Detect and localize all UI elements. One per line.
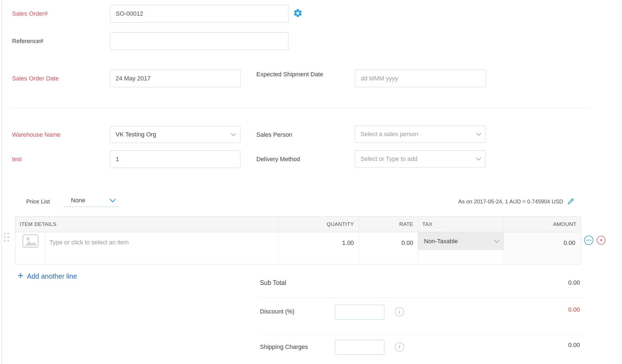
custom-field-test-label: test <box>12 153 22 165</box>
add-another-line-label: Add another line <box>27 272 77 280</box>
pencil-icon[interactable] <box>567 197 575 206</box>
table-row: Type or click to select an item 1.00 0.0… <box>15 232 581 264</box>
info-icon[interactable]: i <box>395 342 404 352</box>
discount-label: Discount (%) <box>260 307 295 317</box>
totals-divider <box>260 334 584 334</box>
warehouse-select-value: VK Testing Org <box>116 131 156 138</box>
amount-value: 0.00 <box>504 232 581 247</box>
shipping-charges-value: 0.00 <box>568 340 580 350</box>
shipping-charges-label: Shipping Charges <box>260 342 308 352</box>
sales-order-number-label: Sales Order# <box>12 8 48 20</box>
expected-shipment-date-label: Expected Shipment Date <box>256 69 331 99</box>
tax-cell: Non-Taxable <box>418 232 504 264</box>
ellipsis-circle-icon[interactable] <box>584 236 593 245</box>
sales-order-form: Sales Order# Reference# Sales Order Date… <box>0 0 622 364</box>
tax-select-value: Non-Taxable <box>424 238 458 245</box>
shipping-charges-input[interactable] <box>335 340 384 355</box>
sales-person-select[interactable]: Select a sales person <box>355 126 486 143</box>
header-item-details: ITEM DETAILS <box>15 217 279 232</box>
header-rate: RATE <box>359 217 418 232</box>
panel-left-border <box>1 0 2 364</box>
totals-divider <box>260 298 584 298</box>
discount-input[interactable] <box>335 305 384 320</box>
add-another-line-button[interactable]: + Add another line <box>18 271 77 282</box>
chevron-down-icon <box>476 131 481 136</box>
header-tax: TAX i <box>418 217 504 232</box>
item-image-cell <box>15 232 46 264</box>
exchange-rate-text: As on 2017-05-24, 1 AUD = 0.745904 USD <box>458 198 563 205</box>
price-list-label: Price List <box>26 196 50 207</box>
section-divider <box>10 108 591 108</box>
warehouse-select[interactable]: VK Testing Org <box>110 126 240 143</box>
chevron-down-icon <box>231 131 236 136</box>
warehouse-name-label: Warehouse Name <box>12 129 60 141</box>
amount-cell: 0.00 <box>504 232 581 264</box>
info-icon[interactable]: i <box>435 221 442 228</box>
sales-order-number-input[interactable] <box>110 5 288 23</box>
items-table: ITEM DETAILS QUANTITY RATE TAX i AMOUNT … <box>15 216 581 264</box>
rate-cell[interactable]: 0.00 <box>359 232 418 264</box>
delivery-method-placeholder: Select or Type to add <box>360 155 418 163</box>
chevron-down-icon <box>494 238 499 243</box>
item-details-cell[interactable]: Type or click to select an item <box>15 232 279 264</box>
image-placeholder-icon <box>22 234 39 249</box>
items-table-header: ITEM DETAILS QUANTITY RATE TAX i AMOUNT <box>15 217 581 232</box>
reference-number-input[interactable] <box>110 32 288 50</box>
price-list-select[interactable]: None <box>64 194 119 207</box>
sub-total-label: Sub Total <box>260 278 286 288</box>
delivery-method-label: Delivery Method <box>256 153 300 165</box>
custom-field-test-input[interactable] <box>110 150 240 168</box>
sub-total-value: 0.00 <box>568 278 580 288</box>
grip-dots-icon[interactable] <box>4 233 9 242</box>
chevron-down-icon <box>110 196 116 202</box>
x-circle-icon[interactable]: ✕ <box>597 236 606 245</box>
sales-person-placeholder: Select a sales person <box>360 131 418 138</box>
item-select-placeholder[interactable]: Type or click to select an item <box>46 232 129 264</box>
price-list-value: None <box>71 197 85 204</box>
plus-icon: + <box>18 271 23 280</box>
sales-order-date-label: Sales Order Date <box>12 72 59 85</box>
chevron-down-icon <box>476 155 481 160</box>
sales-order-date-input[interactable] <box>110 70 241 87</box>
exchange-rate-row: As on 2017-05-24, 1 AUD = 0.745904 USD <box>458 196 575 207</box>
tax-select[interactable]: Non-Taxable <box>418 232 504 250</box>
quantity-cell[interactable]: 1.00 <box>279 232 359 264</box>
header-amount: AMOUNT <box>504 217 581 232</box>
delivery-method-select[interactable]: Select or Type to add <box>355 150 486 167</box>
header-quantity: QUANTITY <box>279 217 359 232</box>
sales-person-label: Sales Person <box>256 129 292 141</box>
info-icon[interactable]: i <box>395 307 404 317</box>
gear-icon[interactable] <box>293 8 303 18</box>
discount-value: 0.00 <box>568 305 580 315</box>
expected-shipment-date-input[interactable] <box>355 70 486 87</box>
reference-number-label: Reference# <box>12 35 43 47</box>
